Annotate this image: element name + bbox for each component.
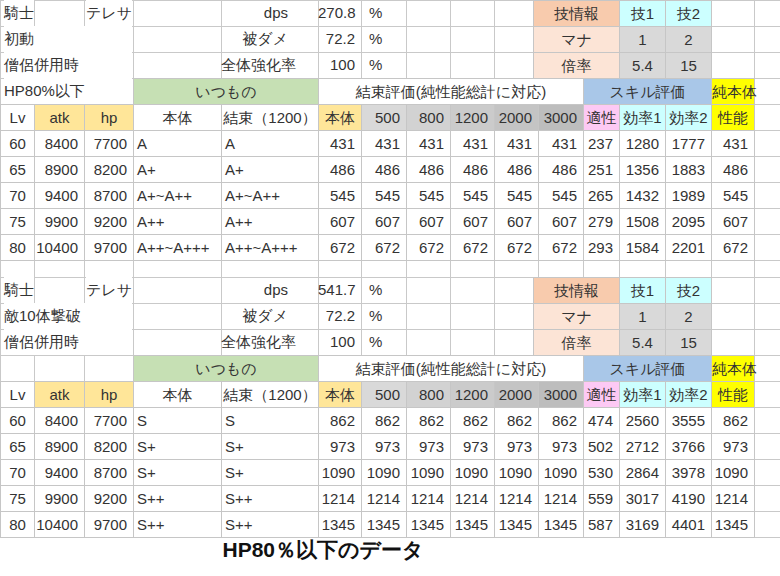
skill-stat-value[interactable]: 2 (665, 303, 712, 330)
stat-value[interactable]: 541.7 (318, 277, 361, 303)
data-cell[interactable]: 486 (406, 156, 451, 183)
unit-class-cell[interactable]: 騎士 (4, 277, 34, 303)
data-cell[interactable]: 973 (406, 433, 451, 460)
data-cell[interactable]: 2560 (619, 407, 666, 434)
stat-unit[interactable]: % (361, 277, 406, 303)
data-cell[interactable]: 545 (318, 182, 362, 209)
skill1-header[interactable]: 技1 (619, 0, 666, 27)
data-cell[interactable]: 7700 (84, 130, 134, 157)
data-cell[interactable]: 431 (538, 130, 584, 157)
data-cell[interactable]: 545 (711, 182, 755, 209)
data-cell[interactable]: 973 (538, 433, 584, 460)
data-cell[interactable]: 502 (583, 433, 620, 460)
column-header[interactable]: 800 (406, 104, 451, 131)
data-cell[interactable]: 279 (583, 208, 620, 235)
data-cell[interactable]: 431 (450, 130, 495, 157)
skill2-header[interactable]: 技2 (665, 277, 712, 304)
data-cell[interactable]: 486 (494, 156, 539, 183)
group-header-kessoku[interactable]: 結束評価(純性能総計に対応) (318, 78, 584, 105)
data-cell[interactable]: 1345 (361, 511, 407, 538)
column-header[interactable]: 本体 (133, 104, 222, 131)
group-header-kessoku[interactable]: 結束評価(純性能総計に対応) (318, 355, 584, 382)
data-cell[interactable]: 75 (0, 485, 35, 512)
data-cell[interactable]: 486 (450, 156, 495, 183)
column-header[interactable]: atk (34, 381, 85, 408)
data-cell[interactable]: 237 (583, 130, 620, 157)
data-cell[interactable]: 9400 (34, 459, 85, 486)
data-cell[interactable]: 3555 (665, 407, 712, 434)
column-header[interactable]: 800 (406, 381, 451, 408)
data-cell[interactable]: 70 (0, 182, 35, 209)
stat-unit[interactable]: % (361, 303, 406, 329)
condition-label[interactable]: 敵10体撃破 (4, 303, 132, 329)
data-cell[interactable]: 607 (538, 208, 584, 235)
data-cell[interactable]: 486 (318, 156, 362, 183)
data-cell[interactable]: 70 (0, 459, 35, 486)
column-header[interactable]: hp (84, 381, 134, 408)
data-cell[interactable]: 4190 (665, 485, 712, 512)
data-cell[interactable]: S++ (133, 485, 222, 512)
stat-label[interactable]: 被ダメ (221, 303, 318, 329)
skill-stat-value[interactable]: 15 (665, 329, 712, 356)
stat-unit[interactable]: % (361, 0, 406, 26)
data-cell[interactable]: A (133, 130, 222, 157)
data-cell[interactable]: A+~A++ (133, 182, 222, 209)
skill1-header[interactable]: 技1 (619, 277, 666, 304)
data-cell[interactable]: 8400 (34, 407, 85, 434)
data-cell[interactable]: A+ (221, 156, 319, 183)
data-cell[interactable]: S (133, 407, 222, 434)
stat-value[interactable]: 72.2 (318, 26, 361, 52)
data-cell[interactable]: 60 (0, 130, 35, 157)
data-cell[interactable]: 1090 (406, 459, 451, 486)
data-cell[interactable]: 672 (406, 234, 451, 261)
data-cell[interactable]: 1214 (361, 485, 407, 512)
data-cell[interactable]: A++ (133, 208, 222, 235)
data-cell[interactable]: 65 (0, 433, 35, 460)
data-cell[interactable]: 1345 (450, 511, 495, 538)
stat-label[interactable]: dps (221, 0, 318, 26)
column-header[interactable]: 本体 (318, 104, 362, 131)
data-cell[interactable]: 672 (450, 234, 495, 261)
data-cell[interactable]: 265 (583, 182, 620, 209)
data-cell[interactable]: 545 (450, 182, 495, 209)
data-cell[interactable]: 607 (494, 208, 539, 235)
data-cell[interactable]: 9400 (34, 182, 85, 209)
data-cell[interactable]: S++ (221, 511, 319, 538)
data-cell[interactable]: 1214 (494, 485, 539, 512)
data-cell[interactable]: 80 (0, 511, 35, 538)
data-cell[interactable]: 1345 (538, 511, 584, 538)
data-cell[interactable]: 545 (538, 182, 584, 209)
data-cell[interactable]: 545 (494, 182, 539, 209)
data-cell[interactable]: 1584 (619, 234, 666, 261)
data-cell[interactable]: 431 (406, 130, 451, 157)
skill-stat-label[interactable]: マナ (533, 303, 620, 330)
column-header[interactable]: 結束（1200） (221, 381, 319, 408)
condition-label[interactable]: 初動 (4, 26, 132, 52)
group-header-pure-top[interactable]: 純本体 (711, 355, 755, 382)
data-cell[interactable]: 973 (711, 433, 755, 460)
data-cell[interactable]: 607 (450, 208, 495, 235)
data-cell[interactable]: 973 (361, 433, 407, 460)
data-cell[interactable]: 8400 (34, 130, 85, 157)
data-cell[interactable]: 1280 (619, 130, 666, 157)
data-cell[interactable]: 1090 (538, 459, 584, 486)
data-cell[interactable]: S+ (221, 459, 319, 486)
data-cell[interactable]: A (221, 130, 319, 157)
data-cell[interactable]: 2095 (665, 208, 712, 235)
group-header-itsumono[interactable]: いつもの (133, 78, 319, 105)
unit-name-cell[interactable]: テレサ (86, 0, 132, 26)
data-cell[interactable]: 9900 (34, 208, 85, 235)
data-cell[interactable]: 1090 (318, 459, 362, 486)
data-cell[interactable]: 8900 (34, 156, 85, 183)
data-cell[interactable]: 1214 (538, 485, 584, 512)
skill-info-header[interactable]: 技情報 (533, 0, 620, 27)
data-cell[interactable]: 607 (361, 208, 407, 235)
data-cell[interactable]: 251 (583, 156, 620, 183)
skill-stat-value[interactable]: 2 (665, 26, 712, 53)
skill-stat-value[interactable]: 5.4 (619, 329, 666, 356)
data-cell[interactable]: 1989 (665, 182, 712, 209)
unit-name-cell[interactable]: テレサ (86, 277, 132, 303)
stat-value[interactable]: 100 (318, 52, 361, 78)
data-cell[interactable]: 973 (450, 433, 495, 460)
column-header[interactable]: 本体 (318, 381, 362, 408)
